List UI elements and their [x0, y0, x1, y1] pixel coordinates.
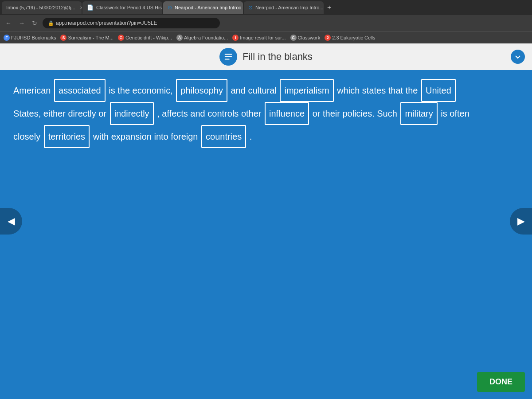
bookmark-image-icon: I — [232, 35, 239, 41]
svg-rect-0 — [225, 54, 232, 55]
tab-nearpod-1-label: Nearpod - American Imp Introo — [175, 5, 241, 10]
url-box[interactable]: 🔒 app.nearpod.com/presentation?pin=JU5LE — [43, 18, 220, 28]
back-button[interactable]: ← — [4, 19, 13, 27]
blank-military[interactable]: military — [400, 102, 437, 125]
url-text: app.nearpod.com/presentation?pin=JU5LE — [56, 20, 157, 26]
bookmark-genetic-label: Genetic drift - Wikip... — [125, 35, 172, 40]
main-content: Fill in the blanks American associated i… — [0, 43, 532, 399]
chevron-down-button[interactable] — [511, 50, 525, 64]
header-right — [511, 50, 525, 64]
tab-inbox-label: Inbox (5,719) - 500022012@fj... — [6, 5, 75, 10]
chevron-down-icon — [514, 53, 521, 60]
tab-classwork-icon: 📄 — [87, 4, 94, 11]
text-affects: , affects and controls other — [157, 109, 261, 118]
blank-philosophy[interactable]: philosophy — [176, 79, 227, 102]
bookmark-classwork-label: Classwork — [298, 35, 321, 40]
bookmark-surrealism[interactable]: S Surrealism - The M... — [60, 35, 113, 41]
right-arrow-icon: ▶ — [517, 215, 525, 227]
text-expansion: with expansion into foreign — [93, 132, 198, 141]
tab-nearpod-2-label: Nearpod - American Imp Intro... — [255, 5, 323, 10]
bookmarks-bar: F FJUHSD Bookmarks S Surrealism - The M.… — [0, 31, 532, 43]
bookmark-classwork[interactable]: C Classwork — [290, 35, 321, 41]
blank-united[interactable]: United — [421, 79, 456, 102]
bookmark-eukaryotic[interactable]: 2 2.3 Eukaryotic Cells — [325, 35, 375, 41]
bookmark-algebra-label: Algebra Foundatio... — [184, 35, 228, 40]
text-period: . — [250, 132, 252, 141]
text-is-often: is often — [441, 109, 469, 118]
tab-classwork[interactable]: 📄 Classwork for Period 4 US Hist... ✕ — [82, 1, 162, 14]
lock-icon: 🔒 — [48, 20, 54, 26]
bookmark-classwork-icon: C — [290, 35, 297, 41]
lines-icon — [223, 52, 233, 62]
bookmark-fjuhsd-label: FJUHSD Bookmarks — [11, 35, 56, 40]
bookmark-fjuhsd-icon: F — [4, 35, 10, 41]
text-policies: or their policies. Such — [313, 109, 397, 118]
bookmark-algebra[interactable]: A Algebra Foundatio... — [176, 35, 228, 41]
nav-left-button[interactable]: ◀ — [0, 208, 22, 235]
blank-associated[interactable]: associated — [54, 79, 106, 102]
tab-classwork-label: Classwork for Period 4 US Hist... — [96, 5, 162, 10]
tab-bar: Inbox (5,719) - 500022012@fj... ✕ 📄 Clas… — [0, 0, 532, 15]
bookmark-genetic-icon: G — [118, 35, 124, 41]
svg-rect-2 — [225, 59, 230, 60]
refresh-button[interactable]: ↻ — [30, 19, 39, 27]
done-button[interactable]: DONE — [477, 372, 525, 392]
bookmark-fjuhsd[interactable]: F FJUHSD Bookmarks — [4, 35, 56, 41]
text-states: States, either directly or — [13, 109, 106, 118]
browser-chrome: Inbox (5,719) - 500022012@fj... ✕ 📄 Clas… — [0, 0, 532, 43]
address-bar: ← → ↻ 🔒 app.nearpod.com/presentation?pin… — [0, 15, 532, 31]
bookmark-eukaryotic-icon: 2 — [325, 35, 331, 41]
text-economic: is the economic, — [109, 86, 173, 95]
bookmark-surrealism-label: Surrealism - The M... — [68, 35, 113, 40]
blank-imperialism[interactable]: imperialism — [280, 79, 333, 102]
bookmark-algebra-icon: A — [176, 35, 183, 41]
tab-inbox-close[interactable]: ✕ — [80, 5, 82, 10]
text-cultural: and cultural — [231, 86, 277, 95]
text-american: American — [13, 86, 51, 95]
forward-button[interactable]: → — [17, 19, 27, 27]
text-closely: closely — [13, 132, 40, 141]
bookmark-image[interactable]: I Image result for sur... — [232, 35, 286, 41]
blank-influence[interactable]: influence — [265, 102, 309, 125]
blank-territories[interactable]: territories — [44, 125, 90, 148]
blank-indirectly[interactable]: indirectly — [110, 102, 154, 125]
text-which-states: which states that the — [337, 86, 418, 95]
tab-nearpod-1-icon: ⊙ — [168, 4, 172, 11]
tab-nearpod-2[interactable]: ⊙ Nearpod - American Imp Intro... ✕ — [244, 1, 324, 14]
bookmark-genetic[interactable]: G Genetic drift - Wikip... — [118, 35, 172, 41]
bookmark-surrealism-icon: S — [60, 35, 66, 41]
tab-add-button[interactable]: + — [325, 4, 334, 12]
tab-inbox[interactable]: Inbox (5,719) - 500022012@fj... ✕ — [2, 1, 82, 14]
bookmark-eukaryotic-label: 2.3 Eukaryotic Cells — [332, 35, 375, 40]
tab-nearpod-1[interactable]: ⊙ Nearpod - American Imp Introo ✕ — [163, 1, 243, 14]
blank-countries[interactable]: countries — [201, 125, 246, 148]
nearpod-icon — [219, 48, 237, 66]
fitb-content: American associated is the economic, phi… — [0, 70, 532, 157]
svg-rect-1 — [225, 56, 232, 57]
left-arrow-icon: ◀ — [8, 215, 15, 227]
bookmark-image-label: Image result for sur... — [240, 35, 286, 40]
tab-nearpod-2-icon: ⊙ — [248, 4, 253, 11]
nav-right-button[interactable]: ▶ — [510, 208, 532, 235]
header-bar: Fill in the blanks — [0, 43, 532, 70]
page-title: Fill in the blanks — [243, 51, 313, 63]
